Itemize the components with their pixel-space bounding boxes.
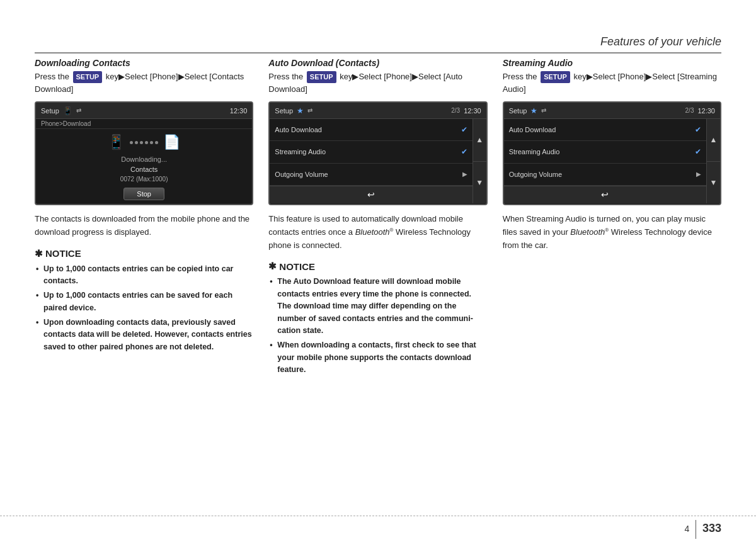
- screen-arrow-icon-3: ⇄: [541, 107, 546, 114]
- notice-label-1: NOTICE: [45, 248, 81, 259]
- notice-item-1-2: Up to 1,000 contacts entries can be save…: [35, 290, 253, 314]
- screen-breadcrumb-1: Phone>Download: [36, 119, 252, 129]
- scroll-up-2[interactable]: ▲: [473, 119, 486, 162]
- check-icon-3-2: ✔: [695, 147, 701, 156]
- screen-mockup-1: Setup 📱 ⇄ 12:30 Phone>Download 📱: [35, 101, 253, 205]
- setup-badge-3: SETUP: [541, 71, 570, 83]
- screen-status-1: Setup: [41, 107, 59, 115]
- menu-item-3-1: Auto Download ✔: [504, 119, 706, 141]
- notice-item-1-3: Upon downloading contacts data, previous…: [35, 317, 253, 353]
- notice-list-1: Up to 1,000 contacts entries can be copi…: [35, 263, 253, 354]
- notice-asterisk-2: ✱: [268, 261, 277, 272]
- page-indicator-3: 2/3: [685, 107, 694, 114]
- notice-asterisk-1: ✱: [35, 248, 43, 259]
- notice-item-2-1: The Auto Download feature will download …: [268, 276, 487, 337]
- header-divider: [35, 52, 721, 54]
- stop-button[interactable]: Stop: [123, 188, 164, 200]
- menu-item-right-3-1: ✔: [695, 125, 701, 134]
- download-icons: 📱 📄: [108, 134, 180, 150]
- press-instruction-2: Press the SETUP key▶Select [Phone]▶Selec…: [268, 71, 487, 95]
- menu-label-3-2: Streaming Audio: [509, 148, 560, 155]
- dot-1: [130, 141, 133, 144]
- dot-6: [155, 141, 158, 144]
- desc-text-1: The contacts is downloaded from the mobi…: [35, 213, 253, 239]
- setup-badge-1: SETUP: [73, 71, 103, 83]
- scroll-up-3[interactable]: ▲: [707, 119, 720, 162]
- menu-item-right-2-2: ✔: [461, 147, 467, 156]
- screen-header-3: Setup ★ ⇄ 2/3 12:30: [504, 103, 720, 119]
- dot-2: [135, 141, 138, 144]
- menu-list-2: Auto Download ✔ Streaming Audio ✔ Outgoi…: [270, 119, 472, 203]
- menu-list-3: Auto Download ✔ Streaming Audio ✔ Outgoi…: [504, 119, 706, 203]
- check-icon-2-1: ✔: [461, 125, 467, 134]
- menu-item-right-3-3: ▶: [696, 171, 701, 178]
- contacts-label: Contacts: [130, 166, 158, 173]
- setup-badge-2: SETUP: [307, 71, 336, 83]
- page-indicator-2: 2/3: [451, 107, 460, 114]
- scroll-arrows-2: ▲ ▼: [472, 119, 486, 203]
- menu-item-2-3: Outgoing Volume ▶: [270, 164, 472, 186]
- desc-text-3: When Streaming Audio is turned on, you c…: [503, 213, 721, 252]
- menu-label-3-1: Auto Download: [509, 126, 556, 133]
- menu-label-2-3: Outgoing Volume: [275, 171, 328, 178]
- main-content: Downloading Contacts Press the SETUP key…: [35, 58, 721, 516]
- screen-body-1: 📱 📄 Downloading... Contacts 0072 (: [36, 129, 252, 205]
- page-number: 333: [702, 521, 721, 534]
- file-icon: 📄: [163, 134, 180, 150]
- check-icon-2-2: ✔: [461, 147, 467, 156]
- page-section: 4 333: [684, 520, 721, 539]
- notice-title-1: ✱ NOTICE: [35, 248, 253, 259]
- arrow-icon-3-3: ▶: [696, 171, 701, 178]
- menu-item-2-2: Streaming Audio ✔: [270, 141, 472, 163]
- screen-header-left-3: Setup ★ ⇄: [509, 106, 547, 115]
- count-max: (Max:1000): [136, 176, 168, 183]
- count-text: 0072 (Max:1000): [120, 176, 168, 183]
- menu-item-2-1: Auto Download ✔: [270, 119, 472, 141]
- section-number: 4: [684, 523, 689, 533]
- notice-title-2: ✱ NOTICE: [268, 261, 487, 272]
- screen-bt-icon-2: ★: [297, 106, 304, 115]
- menu-label-2-1: Auto Download: [275, 126, 322, 133]
- screen-time-1: 12:30: [230, 107, 248, 115]
- scroll-down-2[interactable]: ▼: [473, 162, 486, 204]
- count-num: 0072: [120, 176, 134, 183]
- screen-header-2: Setup ★ ⇄ 2/3 12:30: [270, 103, 486, 119]
- notice-list-2: The Auto Download feature will download …: [268, 276, 487, 376]
- screen-status-3: Setup: [509, 107, 527, 115]
- scroll-down-3[interactable]: ▼: [707, 162, 720, 204]
- menu-item-3-2: Streaming Audio ✔: [504, 141, 706, 163]
- dot-5: [150, 141, 153, 144]
- back-arrow-3: ↩: [601, 189, 609, 200]
- dot-4: [145, 141, 148, 144]
- transfer-dots: [130, 141, 158, 144]
- press-text-2: Press the: [268, 72, 306, 81]
- footer-divider: [696, 520, 696, 539]
- downloading-text: Downloading...: [121, 155, 167, 163]
- press-text-1: Press the: [35, 72, 72, 81]
- desc-text-2: This feature is used to automatically do…: [268, 213, 487, 252]
- screen-time-2: 12:30: [464, 107, 481, 115]
- menu-item-right-2-3: ▶: [462, 171, 467, 178]
- col-downloading-contacts: Downloading Contacts Press the SETUP key…: [35, 58, 261, 516]
- arrow-icon-2-3: ▶: [462, 171, 467, 178]
- screen-status-2: Setup: [275, 107, 293, 115]
- screen-arrow-icon-2: ⇄: [307, 107, 312, 114]
- col-auto-download: Auto Download (Contacts) Press the SETUP…: [261, 58, 495, 516]
- notice-section-1: ✱ NOTICE Up to 1,000 contacts entries ca…: [35, 248, 253, 354]
- press-instruction-1: Press the SETUP key▶Select [Phone]▶Selec…: [35, 71, 253, 95]
- screen-time-3: 12:30: [697, 107, 715, 115]
- screen-body-3: Auto Download ✔ Streaming Audio ✔ Outgoi…: [504, 119, 720, 203]
- back-arrow-2: ↩: [367, 189, 375, 200]
- press-instruction-3: Press the SETUP key▶Select [Phone]▶Selec…: [503, 71, 721, 95]
- notice-item-2-2: When downloading a contacts, first check…: [268, 339, 487, 376]
- press-text-3: Press the: [503, 72, 540, 81]
- menu-item-right-2-1: ✔: [461, 125, 467, 134]
- section-title-3: Streaming Audio: [503, 58, 721, 68]
- back-bar-2: ↩: [270, 186, 472, 203]
- notice-label-2: NOTICE: [279, 261, 315, 272]
- screen-header-left-1: Setup 📱 ⇄: [41, 106, 81, 115]
- screen-header-left-2: Setup ★ ⇄: [275, 106, 312, 115]
- notice-item-1-1: Up to 1,000 contacts entries can be copi…: [35, 263, 253, 288]
- page-header: Features of your vehicle: [0, 0, 756, 54]
- section-title-2: Auto Download (Contacts): [268, 58, 487, 68]
